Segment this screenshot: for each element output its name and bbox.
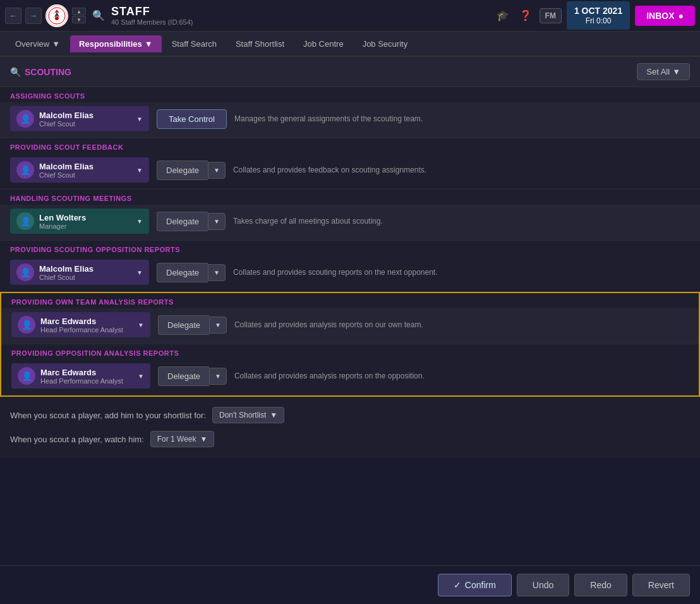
shortlist-dropdown[interactable]: Don't Shortlist ▼ bbox=[212, 407, 284, 423]
club-up-button[interactable]: ▲ bbox=[72, 8, 86, 15]
tab-staff-search[interactable]: Staff Search bbox=[163, 35, 226, 52]
inbox-icon: ● bbox=[679, 11, 684, 21]
delegate-button-1[interactable]: Delegate▼ bbox=[157, 160, 226, 180]
avatar-2: 👤 bbox=[16, 212, 34, 230]
delegate-button-3[interactable]: Delegate▼ bbox=[157, 263, 226, 282]
person-role-4: Head Performance Analyst bbox=[40, 326, 133, 334]
date-main: 1 OCT 2021 bbox=[574, 5, 622, 16]
person-select-5[interactable]: 👤Marc EdwardsHead Performance Analyst▼ bbox=[11, 363, 150, 389]
revert-button[interactable]: Revert bbox=[632, 574, 690, 596]
redo-button[interactable]: Redo bbox=[574, 574, 627, 596]
tab-job-security[interactable]: Job Security bbox=[354, 35, 417, 52]
responsibilities-list: ASSIGNING SCOUTS👤Malcolm EliasChief Scou… bbox=[0, 87, 700, 397]
overview-chevron-icon: ▼ bbox=[52, 39, 60, 49]
person-name-0: Malcolm Elias bbox=[39, 111, 131, 120]
person-select-1[interactable]: 👤Malcolm EliasChief Scout▼ bbox=[10, 157, 149, 183]
delegate-arrow-icon-1[interactable]: ▼ bbox=[208, 162, 226, 179]
person-select-chevron-icon-4: ▼ bbox=[138, 322, 144, 329]
resp-row-4: 👤Marc EdwardsHead Performance Analyst▼De… bbox=[1, 308, 699, 344]
tab-staff-shortlist[interactable]: Staff Shortlist bbox=[227, 35, 293, 52]
inbox-label: INBOX bbox=[646, 11, 674, 21]
tab-overview[interactable]: Overview ▼ bbox=[6, 35, 69, 52]
resp-section-title-1: PROVIDING SCOUT FEEDBACK bbox=[0, 138, 700, 154]
delegate-button-4[interactable]: Delegate▼ bbox=[158, 315, 227, 335]
delegate-arrow-icon-5[interactable]: ▼ bbox=[209, 368, 227, 385]
scouting-header: 🔍 SCOUTING Set All ▼ bbox=[0, 57, 700, 87]
date-day: Fri 0:00 bbox=[574, 16, 622, 27]
delegate-main-3[interactable]: Delegate bbox=[157, 263, 208, 282]
club-logo bbox=[45, 4, 68, 27]
watch-label: When you scout a player, watch him: bbox=[10, 435, 144, 444]
delegate-main-5[interactable]: Delegate bbox=[158, 366, 209, 386]
tutorial-icon[interactable]: 🎓 bbox=[494, 7, 512, 24]
resp-row-0: 👤Malcolm EliasChief Scout▼Take ControlMa… bbox=[0, 102, 700, 138]
person-select-chevron-icon-3: ▼ bbox=[136, 269, 143, 276]
delegate-button-2[interactable]: Delegate▼ bbox=[157, 212, 226, 231]
resp-row-2: 👤Len WoltersManager▼Delegate▼Takes charg… bbox=[0, 205, 700, 240]
resp-row-1: 👤Malcolm EliasChief Scout▼Delegate▼Colla… bbox=[0, 154, 700, 189]
resp-section-title-4: PROVIDING OWN TEAM ANALYSIS REPORTS bbox=[1, 293, 699, 308]
tab-job-centre[interactable]: Job Centre bbox=[294, 35, 353, 52]
resp-section-0: ASSIGNING SCOUTS👤Malcolm EliasChief Scou… bbox=[0, 87, 700, 138]
shortlist-chevron-icon: ▼ bbox=[270, 411, 277, 420]
take-control-button-0[interactable]: Take Control bbox=[157, 109, 227, 129]
avatar-0: 👤 bbox=[16, 110, 34, 128]
delegate-button-5[interactable]: Delegate▼ bbox=[158, 366, 227, 386]
avatar-1: 👤 bbox=[16, 161, 34, 179]
avatar-3: 👤 bbox=[16, 263, 34, 281]
person-select-4[interactable]: 👤Marc EdwardsHead Performance Analyst▼ bbox=[11, 312, 150, 337]
bottom-action-bar: ✓ Confirm Undo Redo Revert bbox=[0, 565, 700, 604]
resp-section-3: PROVIDING SCOUTING OPPOSITION REPORTS👤Ma… bbox=[0, 241, 700, 292]
page-title: STAFF bbox=[111, 5, 490, 18]
top-right-actions: 🎓 ❓ FM 1 OCT 2021 Fri 0:00 INBOX ● bbox=[494, 1, 695, 30]
person-select-0[interactable]: 👤Malcolm EliasChief Scout▼ bbox=[10, 106, 149, 131]
avatar-4: 👤 bbox=[18, 316, 35, 334]
club-down-button[interactable]: ▼ bbox=[72, 16, 86, 23]
watch-chevron-icon: ▼ bbox=[200, 435, 208, 444]
resp-section-4: PROVIDING OWN TEAM ANALYSIS REPORTS👤Marc… bbox=[1, 293, 699, 344]
shortlist-value: Don't Shortlist bbox=[219, 411, 266, 420]
person-name-4: Marc Edwards bbox=[40, 317, 133, 326]
forward-button[interactable]: → bbox=[25, 8, 42, 24]
scouting-label: 🔍 SCOUTING bbox=[10, 67, 71, 77]
delegate-arrow-icon-3[interactable]: ▼ bbox=[208, 264, 226, 281]
back-button[interactable]: ← bbox=[5, 8, 21, 24]
person-role-5: Head Performance Analyst bbox=[40, 377, 133, 385]
set-all-button[interactable]: Set All ▼ bbox=[637, 63, 690, 80]
person-select-3[interactable]: 👤Malcolm EliasChief Scout▼ bbox=[10, 260, 149, 285]
search-button[interactable]: 🔍 bbox=[90, 7, 107, 24]
delegate-main-2[interactable]: Delegate bbox=[157, 212, 208, 231]
confirm-button[interactable]: ✓ Confirm bbox=[438, 574, 512, 596]
resp-section-title-3: PROVIDING SCOUTING OPPOSITION REPORTS bbox=[0, 241, 700, 256]
undo-button[interactable]: Undo bbox=[517, 574, 569, 596]
delegate-arrow-icon-2[interactable]: ▼ bbox=[208, 213, 226, 230]
person-select-chevron-icon-5: ▼ bbox=[138, 373, 144, 380]
resp-section-2: HANDLING SCOUTING MEETINGS👤Len WoltersMa… bbox=[0, 190, 700, 241]
resp-description-1: Collates and provides feedback on scouti… bbox=[233, 166, 690, 174]
avatar-5: 👤 bbox=[18, 367, 35, 385]
resp-section-1: PROVIDING SCOUT FEEDBACK👤Malcolm EliasCh… bbox=[0, 138, 700, 190]
resp-row-5: 👤Marc EdwardsHead Performance Analyst▼De… bbox=[1, 359, 699, 395]
bottom-options: When you scout a player, add him to your… bbox=[0, 397, 700, 457]
person-role-3: Chief Scout bbox=[39, 274, 131, 281]
shortlist-label: When you scout a player, add him to your… bbox=[10, 411, 206, 420]
club-nav-buttons: ▲ ▼ bbox=[72, 8, 86, 23]
person-select-2[interactable]: 👤Len WoltersManager▼ bbox=[10, 208, 149, 234]
watch-dropdown[interactable]: For 1 Week ▼ bbox=[150, 431, 215, 447]
tab-responsibilities[interactable]: Responsibilities ▼ bbox=[70, 35, 162, 52]
resp-row-3: 👤Malcolm EliasChief Scout▼Delegate▼Colla… bbox=[0, 256, 700, 291]
delegate-arrow-icon-4[interactable]: ▼ bbox=[209, 317, 227, 334]
resp-description-5: Collates and provides analysis reports o… bbox=[234, 371, 689, 380]
person-select-chevron-icon-1: ▼ bbox=[136, 167, 143, 174]
watch-option-row: When you scout a player, watch him: For … bbox=[10, 431, 690, 447]
delegate-main-1[interactable]: Delegate bbox=[157, 160, 208, 180]
person-role-2: Manager bbox=[39, 222, 131, 230]
resp-description-3: Collates and provides scouting reports o… bbox=[233, 268, 690, 277]
staff-title-area: STAFF 40 Staff Members (ID:654) bbox=[111, 5, 490, 26]
delegate-main-4[interactable]: Delegate bbox=[158, 315, 209, 335]
person-name-2: Len Wolters bbox=[39, 213, 131, 222]
date-badge: 1 OCT 2021 Fri 0:00 bbox=[567, 1, 630, 30]
inbox-button[interactable]: INBOX ● bbox=[635, 6, 695, 26]
person-role-0: Chief Scout bbox=[39, 120, 131, 128]
help-icon[interactable]: ❓ bbox=[517, 7, 534, 24]
